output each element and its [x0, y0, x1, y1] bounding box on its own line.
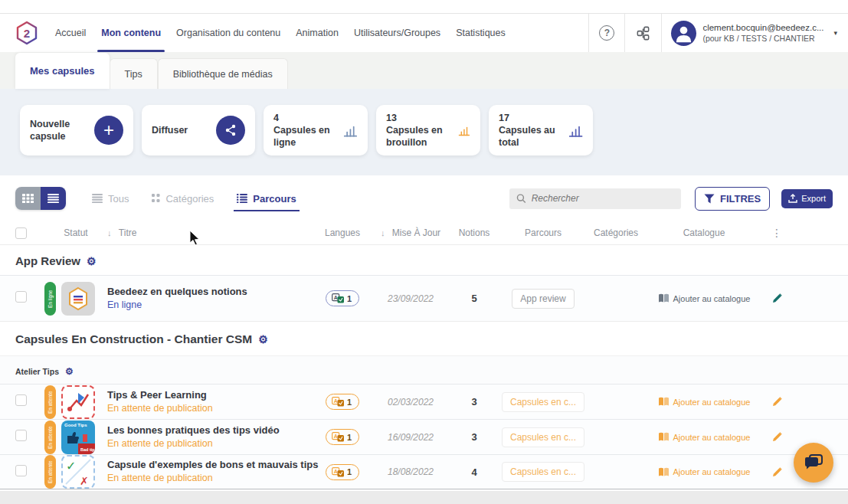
- edit-icon[interactable]: [771, 431, 783, 443]
- user-context: (pour KB / TESTS / CHANTIER: [702, 34, 823, 44]
- col-catalogue[interactable]: Catalogue: [647, 227, 761, 238]
- nav-item-statistiques[interactable]: Statistiques: [448, 14, 513, 52]
- cards-area: Nouvelle capsule + Diffuser 4 Capsules e…: [0, 89, 848, 175]
- row-checkbox[interactable]: [15, 465, 27, 476]
- list-bullets-icon: [237, 194, 247, 203]
- language-badge[interactable]: A 1: [326, 464, 359, 480]
- col-langues[interactable]: Langues: [311, 227, 374, 238]
- table-row[interactable]: En attente Good Tips Bad tips Les bonnes…: [0, 419, 848, 454]
- gear-icon[interactable]: ⚙: [87, 255, 97, 267]
- edit-icon[interactable]: [771, 466, 783, 478]
- kebab-menu-icon[interactable]: ⋮: [771, 227, 782, 239]
- user-menu[interactable]: clement.bocquin@beedeez.c... (pour KB / …: [661, 14, 839, 52]
- add-to-catalog-button[interactable]: Ajouter au catalogue: [658, 432, 751, 442]
- help-button[interactable]: ?: [588, 14, 624, 52]
- svg-text:✓: ✓: [66, 459, 76, 473]
- capsule-status: En ligne: [107, 299, 311, 311]
- diffuse-button[interactable]: Diffuser: [142, 105, 255, 155]
- tab-mes-capsules[interactable]: Mes capsules: [15, 53, 110, 89]
- chat-fab-button[interactable]: [794, 443, 833, 483]
- nav-item-utilisateurs[interactable]: Utilisateurs/Groupes: [346, 14, 448, 52]
- filter-tab-categories[interactable]: Catégories: [152, 193, 214, 205]
- notions-count: 5: [447, 293, 501, 304]
- filter-tab-parcours[interactable]: Parcours: [237, 193, 296, 205]
- capsule-title[interactable]: Tips & Peer Learning: [107, 389, 311, 402]
- share-icon: [216, 116, 245, 145]
- sitemap-icon: [635, 25, 651, 41]
- edit-icon[interactable]: [771, 293, 783, 304]
- capsule-thumbnail: [61, 385, 95, 419]
- parcours-button[interactable]: Capsules en c...: [502, 462, 584, 482]
- parcours-button[interactable]: Capsules en c...: [502, 392, 584, 412]
- beedeez-logo[interactable]: 2: [15, 14, 38, 52]
- nav-item-accueil[interactable]: Accueil: [47, 14, 93, 52]
- parcours-button[interactable]: Capsules en c...: [502, 427, 584, 447]
- section-app-review: App Review ⚙: [0, 244, 848, 275]
- gear-icon[interactable]: ⚙: [258, 333, 268, 345]
- translate-icon: A: [332, 432, 345, 442]
- stat-capsules-brouillon[interactable]: 13 Capsules en brouillon: [376, 105, 480, 155]
- col-titre[interactable]: ↓ Titre: [107, 227, 311, 238]
- grid-dots-icon: [152, 194, 160, 203]
- stat-capsules-en-ligne[interactable]: 4 Capsules en ligne: [264, 105, 368, 155]
- select-all-checkbox[interactable]: [15, 227, 27, 239]
- add-to-catalog-button[interactable]: Ajouter au catalogue: [658, 397, 751, 407]
- table-row[interactable]: En ligne Beedeez en quelques notions En …: [0, 275, 848, 321]
- capsule-thumbnail: ✓ ✗: [61, 455, 95, 489]
- search-input[interactable]: [532, 193, 674, 204]
- plus-icon: +: [94, 116, 123, 145]
- stat-capsules-total[interactable]: 17 Capsules au total: [489, 105, 593, 155]
- parcours-button[interactable]: App review: [512, 289, 574, 309]
- status-pill: En attente: [44, 455, 56, 489]
- row-checkbox[interactable]: [15, 394, 27, 406]
- capsule-title[interactable]: Les bonnes pratiques des tips vidéo: [107, 424, 311, 437]
- row-checkbox[interactable]: [15, 291, 27, 303]
- export-button[interactable]: Export: [781, 189, 833, 208]
- svg-text:A: A: [334, 469, 338, 474]
- chevron-down-icon: ▾: [833, 29, 837, 37]
- book-icon: [658, 397, 670, 407]
- capsule-status: En attente de publication: [107, 402, 311, 414]
- capsule-title[interactable]: Capsule d'exemples de bons et mauvais ti…: [107, 459, 311, 472]
- translate-icon: A: [332, 467, 345, 477]
- table-row[interactable]: En attente ✓ ✗ Capsule d'exemples de bon…: [0, 454, 848, 489]
- language-badge[interactable]: A 1: [326, 290, 359, 306]
- tab-tips[interactable]: Tips: [110, 58, 158, 89]
- col-parcours[interactable]: Parcours: [501, 227, 585, 238]
- table-row[interactable]: En attente Tips & Peer Learning En atten…: [0, 384, 848, 419]
- capsule-title[interactable]: Beedeez en quelques notions: [107, 286, 311, 299]
- nav-menu: Accueil Mon contenu Organisation du cont…: [47, 14, 513, 52]
- tab-bibliotheque[interactable]: Bibliothèque de médias: [158, 58, 288, 89]
- col-categories[interactable]: Catégories: [585, 227, 647, 238]
- grid-view-icon[interactable]: [15, 187, 41, 210]
- new-capsule-button[interactable]: Nouvelle capsule +: [20, 105, 133, 155]
- svg-text:Bad tips: Bad tips: [80, 447, 95, 452]
- search-box[interactable]: [509, 188, 681, 209]
- edit-icon[interactable]: [771, 396, 783, 407]
- language-badge[interactable]: A 1: [326, 429, 359, 445]
- nav-item-organisation[interactable]: Organisation du contenu: [169, 14, 288, 52]
- col-statut[interactable]: Statut: [44, 227, 107, 238]
- nav-item-mon-contenu[interactable]: Mon contenu: [93, 14, 169, 52]
- add-to-catalog-button[interactable]: Ajouter au catalogue: [658, 293, 751, 303]
- col-maj[interactable]: ↓ Mise À Jour: [374, 227, 447, 238]
- nav-item-animation[interactable]: Animation: [288, 14, 346, 52]
- svg-text:Good Tips: Good Tips: [64, 423, 87, 427]
- col-notions[interactable]: Notions: [447, 227, 501, 238]
- org-switch-button[interactable]: [624, 14, 661, 52]
- filter-tab-tous[interactable]: Tous: [92, 193, 129, 205]
- filters-button[interactable]: FILTRES: [695, 187, 770, 211]
- list-toolbar: Tous Catégories Parcours: [0, 175, 848, 221]
- language-badge[interactable]: A 1: [326, 394, 359, 410]
- translate-icon: A: [332, 293, 345, 303]
- search-icon: [516, 193, 526, 204]
- add-to-catalog-button[interactable]: Ajouter au catalogue: [658, 467, 751, 477]
- list-view-icon[interactable]: [41, 187, 66, 210]
- svg-text:A: A: [334, 295, 338, 300]
- row-checkbox[interactable]: [15, 430, 27, 441]
- capsule-thumbnail: [61, 282, 95, 316]
- section-capsules-construction: Capsules En Construction - Chantier CSM …: [0, 321, 848, 355]
- book-icon: [658, 467, 670, 477]
- gear-icon[interactable]: ⚙: [65, 366, 74, 377]
- view-toggle[interactable]: [15, 187, 66, 210]
